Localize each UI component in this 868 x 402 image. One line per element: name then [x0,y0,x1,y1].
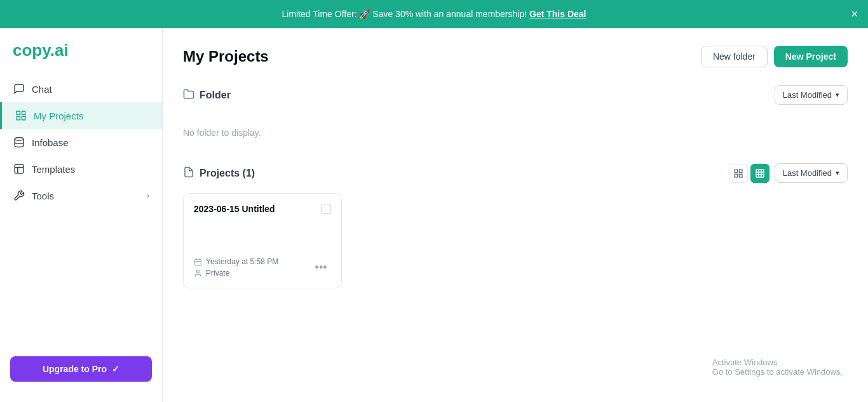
svg-rect-9 [739,174,742,177]
upgrade-icon: ✓ [112,364,119,374]
chat-icon [13,83,25,95]
project-icon [183,166,194,180]
project-card-visibility-row: Private [194,269,278,278]
projects-section-title: Projects (1) [183,166,255,180]
svg-rect-6 [735,170,738,173]
banner-text: Limited Time Offer: 🚀 Save 30% with an a… [282,9,527,19]
templates-icon [13,163,25,175]
page-title: My Projects [183,48,269,65]
project-card[interactable]: 2023-06-15 Untitled Yesterday at 5:58 PM [183,193,342,288]
projects-controls: Last Modified ▾ [729,163,848,183]
svg-rect-1 [22,111,25,114]
sidebar-item-infobase[interactable]: Infobase [0,129,162,156]
folder-section-title: Folder [183,88,231,102]
infobase-icon [13,136,25,149]
chevron-down-icon: ▾ [836,91,839,99]
folder-icon [183,88,194,102]
folder-sort-dropdown[interactable]: Last Modified ▾ [775,85,848,105]
tools-chevron: › [147,191,149,200]
svg-rect-10 [756,170,764,177]
banner-close-button[interactable]: × [851,8,858,21]
project-card-date-row: Yesterday at 5:58 PM [194,257,278,266]
grid-view-button[interactable] [750,164,770,183]
svg-rect-8 [735,174,738,177]
project-card-checkbox[interactable] [321,204,331,214]
svg-rect-5 [15,164,24,173]
calendar-icon [194,258,202,266]
svg-point-4 [15,138,24,141]
tools-icon [13,189,25,202]
projects-sort-dropdown[interactable]: Last Modified ▾ [775,163,848,183]
logo: copy.ai [0,41,162,76]
svg-rect-2 [22,117,25,120]
app-layout: copy.ai Chat My Projects Infobase [0,28,868,402]
deal-link[interactable]: Get This Deal [529,9,586,19]
svg-point-15 [196,270,199,272]
view-toggle [729,164,770,183]
project-card-more-button[interactable]: ••• [311,260,331,276]
project-card-meta: Yesterday at 5:58 PM Private [194,257,278,278]
main-content: My Projects New folder New Project Folde… [163,28,868,402]
sidebar-item-templates[interactable]: Templates [0,156,162,182]
new-project-button[interactable]: New Project [774,46,848,67]
folder-section-header: Folder Last Modified ▾ [183,85,848,105]
project-card-top: 2023-06-15 Untitled [194,204,331,214]
folder-section: Folder Last Modified ▾ No folder to disp… [183,85,848,143]
project-card-footer: Yesterday at 5:58 PM Private ••• [194,257,331,278]
project-card-title: 2023-06-15 Untitled [194,204,275,214]
svg-rect-0 [17,111,20,114]
svg-rect-3 [17,117,20,120]
projects-section: Projects (1) Last Modified ▾ [183,163,848,288]
new-folder-button[interactable]: New folder [701,46,768,67]
sidebar-item-chat[interactable]: Chat [0,76,162,102]
projects-section-header: Projects (1) Last Modified ▾ [183,163,848,183]
projects-grid: 2023-06-15 Untitled Yesterday at 5:58 PM [183,193,848,288]
upgrade-button[interactable]: Upgrade to Pro ✓ [10,356,152,382]
sidebar-item-my-projects[interactable]: My Projects [0,102,162,129]
projects-chevron-icon: ▾ [836,169,839,177]
list-view-button[interactable] [729,164,748,183]
page-header: My Projects New folder New Project [183,46,848,67]
user-icon [194,269,202,278]
sidebar-item-tools[interactable]: Tools › [0,182,162,209]
projects-icon [15,109,27,122]
promo-banner: Limited Time Offer: 🚀 Save 30% with an a… [0,0,868,28]
sidebar: copy.ai Chat My Projects Infobase [0,28,163,402]
folder-empty-state: No folder to display. [183,115,848,143]
svg-rect-7 [739,170,742,173]
svg-rect-11 [195,259,201,265]
header-actions: New folder New Project [701,46,848,67]
